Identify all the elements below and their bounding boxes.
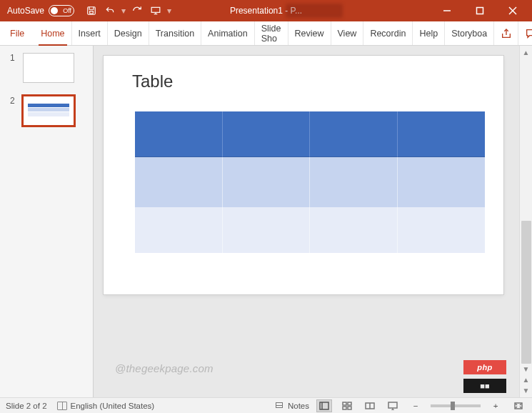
svg-rect-14	[348, 407, 351, 409]
svg-rect-1	[90, 11, 94, 14]
svg-rect-12	[348, 402, 351, 405]
present-from-start-icon[interactable]	[147, 2, 164, 19]
tab-animations[interactable]: Animation	[201, 21, 255, 45]
language-indicator[interactable]: English (United States)	[57, 402, 155, 410]
language-label: English (United States)	[71, 402, 155, 410]
maximize-button[interactable]	[463, 0, 496, 21]
slide-title[interactable]: Table	[132, 71, 482, 91]
redo-icon[interactable]	[129, 2, 146, 19]
window-controls	[431, 0, 529, 21]
autosave-toggle[interactable]: Off	[49, 5, 74, 16]
close-button[interactable]	[496, 0, 529, 21]
tab-storyboard[interactable]: Storyboa	[445, 21, 493, 45]
qat-more-icon[interactable]: ▾	[166, 6, 173, 16]
zoom-in-button[interactable]: +	[488, 399, 503, 412]
thumbnail-preview-selected[interactable]	[23, 96, 74, 126]
status-bar: Slide 2 of 2 English (United States) Not…	[0, 397, 532, 413]
reading-view-button[interactable]	[362, 399, 378, 412]
svg-rect-4	[477, 8, 483, 14]
thumbnail-slide-1[interactable]: 1	[10, 53, 87, 83]
language-icon	[57, 402, 67, 410]
scroll-up-icon[interactable]: ▲	[523, 47, 530, 58]
tab-slideshow[interactable]: Slide Sho	[255, 21, 288, 45]
fit-to-window-button[interactable]	[511, 399, 526, 412]
overlay-badges: php ■■	[463, 360, 506, 393]
ribbon: File Home Insert Design Transition Anima…	[0, 21, 532, 46]
zoom-slider[interactable]	[431, 404, 481, 407]
tab-view[interactable]: View	[331, 21, 364, 45]
slide-sorter-view-button[interactable]	[339, 399, 355, 412]
thumbnail-slide-2[interactable]: 2	[10, 96, 87, 126]
tab-insert[interactable]: Insert	[72, 21, 108, 45]
slide-canvas-area[interactable]: Table @thegeekpage.com php ■■	[94, 46, 519, 397]
search-placeholder-blur	[286, 4, 343, 18]
thumbnail-number: 1	[10, 53, 17, 63]
notes-button[interactable]: Notes	[274, 402, 309, 410]
autosave-label: AutoSave	[7, 6, 44, 16]
watermark-text: @thegeekpage.com	[115, 362, 214, 374]
scroll-thumb[interactable]	[521, 221, 531, 364]
tab-home[interactable]: Home	[34, 21, 71, 45]
zoom-out-button[interactable]: −	[408, 399, 423, 412]
tab-recording[interactable]: Recordin	[363, 21, 413, 45]
tab-review[interactable]: Review	[288, 21, 331, 45]
normal-view-button[interactable]	[316, 399, 332, 412]
tab-design[interactable]: Design	[108, 21, 149, 45]
tab-file[interactable]: File	[0, 21, 34, 45]
thumbnail-number: 2	[10, 96, 17, 106]
prev-slide-icon[interactable]: ▼	[523, 385, 530, 396]
slide-counter[interactable]: Slide 2 of 2	[6, 402, 47, 410]
scroll-down-icon[interactable]: ▼	[523, 364, 530, 374]
vertical-scrollbar[interactable]: ▲ ▼ ▲ ▼	[519, 46, 532, 397]
php-badge: php	[463, 360, 506, 374]
undo-icon[interactable]	[101, 2, 119, 19]
quick-access-toolbar: ▾ ▾	[83, 2, 173, 19]
share-icon[interactable]	[493, 21, 518, 45]
svg-rect-11	[343, 402, 346, 405]
minimize-button[interactable]	[431, 0, 463, 21]
comments-icon[interactable]	[518, 21, 532, 45]
tab-transitions[interactable]: Transition	[149, 21, 201, 45]
title-bar: AutoSave Off ▾ ▾ Presentation1 - P...	[0, 0, 532, 21]
autosave-control[interactable]: AutoSave Off	[3, 5, 79, 16]
workspace: 1 2 Table @thegeekpage.com php ■■	[0, 46, 532, 397]
svg-rect-9	[320, 402, 328, 409]
slide-table[interactable]	[135, 111, 485, 253]
qat-dropdown-icon[interactable]: ▾	[120, 6, 127, 16]
tab-help[interactable]: Help	[413, 21, 445, 45]
svg-rect-2	[151, 7, 160, 12]
save-icon[interactable]	[83, 2, 100, 19]
thumbnail-preview[interactable]	[23, 53, 74, 83]
slide[interactable]: Table	[104, 56, 503, 294]
svg-rect-16	[388, 402, 397, 408]
next-slide-icon[interactable]: ▲	[523, 374, 530, 385]
dark-badge: ■■	[463, 379, 506, 393]
autosave-state: Off	[63, 7, 71, 14]
svg-rect-13	[343, 407, 346, 409]
slideshow-view-button[interactable]	[385, 399, 401, 412]
notes-label: Notes	[288, 402, 309, 410]
slide-thumbnail-pane[interactable]: 1 2	[0, 46, 93, 397]
